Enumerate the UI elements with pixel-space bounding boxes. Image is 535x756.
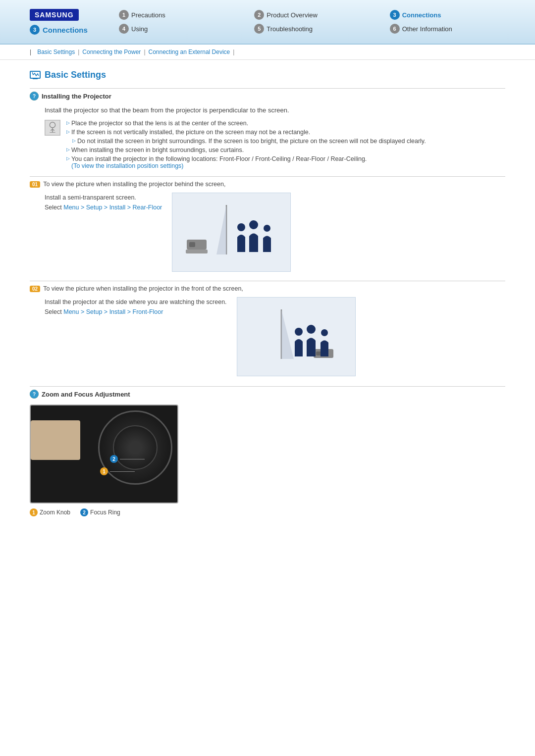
nav-item-using[interactable]: 4 Using xyxy=(119,24,234,34)
sub-nav-connecting-power[interactable]: Connecting the Power xyxy=(82,49,141,55)
zoom-image: 1 2 xyxy=(30,404,178,504)
svg-point-22 xyxy=(321,329,328,336)
page-header: SAMSUNG 3 Connections 1 Precautions 2 Pr… xyxy=(0,0,535,45)
subsection1-heading: Installing the Projector xyxy=(42,93,111,100)
nav-label-5: Troubleshooting xyxy=(267,25,313,33)
zoom-footer-num-1: 1 xyxy=(30,508,38,516)
nav-num-2: 2 xyxy=(254,10,264,20)
nav-num-1: 1 xyxy=(119,10,129,20)
zoom-label-2-container: 2 xyxy=(110,455,145,463)
step-02-menu-link[interactable]: Menu > Setup > Install > Front-Floor xyxy=(63,308,163,315)
svg-point-12 xyxy=(237,223,245,231)
sub-nav-basic-settings[interactable]: Basic Settings xyxy=(37,49,75,55)
active-section-label: Connections xyxy=(43,26,88,34)
main-content: Basic Settings ? Installing the Projecto… xyxy=(0,60,535,526)
step-01-line1: Install a semi-transparent screen. xyxy=(45,193,162,202)
logo-area: SAMSUNG 3 Connections xyxy=(30,9,99,35)
zoom-line-2 xyxy=(120,459,145,459)
step-01-heading-text: To view the picture when installing the … xyxy=(43,181,225,188)
bullet-icon-install: ? xyxy=(30,92,39,101)
active-section: 3 Connections xyxy=(30,25,88,35)
svg-marker-17 xyxy=(281,309,294,359)
nav-item-connections[interactable]: 3 Connections xyxy=(390,10,505,20)
nav-label-3: Connections xyxy=(402,11,441,19)
nav-grid: 1 Precautions 2 Product Overview 3 Conne… xyxy=(119,10,505,34)
step-01-menu-link[interactable]: Menu > Setup > Install > Rear-Floor xyxy=(63,204,162,211)
subsection-heading-install: ? Installing the Projector xyxy=(30,88,505,101)
zoom-footer-num-2: 2 xyxy=(80,508,88,516)
bullet-icon-zoom: ? xyxy=(30,390,39,399)
step-block-02: 02 To view the picture when installing t… xyxy=(30,281,505,376)
sub-nav-sep-start: | xyxy=(30,49,31,55)
step-02-text: Install the projector at the side where … xyxy=(45,297,227,376)
subsection-heading-zoom: ? Zoom and Focus Adjustment xyxy=(30,386,505,399)
tip-3: Do not install the screen in bright surr… xyxy=(66,138,426,145)
svg-rect-1 xyxy=(33,78,38,79)
step-01-heading: 01 To view the picture when installing t… xyxy=(30,181,505,188)
zoom-footer-label-1: Zoom Knob xyxy=(40,509,70,516)
tip-block: Place the projector so that the lens is … xyxy=(45,120,505,171)
nav-num-5: 5 xyxy=(254,24,264,34)
zoom-footer-label-2: Focus Ring xyxy=(90,509,120,516)
sub-nav-connecting-external[interactable]: Connecting an External Device xyxy=(149,49,230,55)
zoom-section: ? Zoom and Focus Adjustment 1 2 xyxy=(30,386,505,516)
tip-2: If the screen is not vertically installe… xyxy=(66,129,426,136)
step-02-content: Install the projector at the side where … xyxy=(45,297,505,376)
step-02-heading-text: To view the picture when installing the … xyxy=(43,285,243,292)
zoom-label-1-container: 1 xyxy=(100,467,135,475)
nav-item-precautions[interactable]: 1 Precautions xyxy=(119,10,234,20)
nav-num-6: 6 xyxy=(390,24,400,34)
svg-point-13 xyxy=(249,220,258,229)
install-position-link[interactable]: (To view the installation position setti… xyxy=(71,162,184,169)
zoom-footer: 1 Zoom Knob 2 Focus Ring xyxy=(30,508,505,516)
svg-rect-11 xyxy=(189,242,195,247)
step-block-01: 01 To view the picture when installing t… xyxy=(30,176,505,272)
step-01-line2: Select Menu > Setup > Install > Rear-Flo… xyxy=(45,202,162,212)
svg-point-14 xyxy=(264,225,270,232)
projector-body-shape xyxy=(31,420,80,460)
sub-nav: | Basic Settings | Connecting the Power … xyxy=(0,45,535,60)
step-01-image xyxy=(172,193,291,272)
zoom-footer-2: 2 Focus Ring xyxy=(80,508,120,516)
nav-item-troubleshooting[interactable]: 5 Troubleshooting xyxy=(254,24,370,34)
svg-text:?: ? xyxy=(33,392,36,397)
step-02-heading: 02 To view the picture when installing t… xyxy=(30,285,505,292)
nav-item-product-overview[interactable]: 2 Product Overview xyxy=(254,10,370,20)
step-01-text: Install a semi-transparent screen. Selec… xyxy=(45,193,162,272)
nav-item-other-info[interactable]: 6 Other Information xyxy=(390,24,505,34)
subsection2-heading: Zoom and Focus Adjustment xyxy=(42,391,130,398)
samsung-logo: SAMSUNG xyxy=(30,9,79,21)
nav-label-6: Other Information xyxy=(402,25,452,33)
zoom-line-1 xyxy=(110,471,135,472)
badge-02: 02 xyxy=(30,286,40,292)
step-01-content: Install a semi-transparent screen. Selec… xyxy=(45,193,505,272)
nav-num-4: 4 xyxy=(119,24,129,34)
svg-text:?: ? xyxy=(33,94,36,99)
svg-marker-9 xyxy=(216,205,226,254)
svg-point-21 xyxy=(307,325,316,334)
nav-label-4: Using xyxy=(131,25,148,33)
nav-label-1: Precautions xyxy=(131,11,165,19)
tip-5: You can install the projector in the fol… xyxy=(66,155,426,169)
zoom-num-2: 2 xyxy=(110,455,118,463)
tip-4: When installing the screen in bright sur… xyxy=(66,147,426,153)
lens-inner xyxy=(113,425,158,470)
tip-icon xyxy=(45,120,60,136)
install-description: Install the projector so that the beam f… xyxy=(45,106,505,114)
nav-num-3: 3 xyxy=(390,10,400,20)
zoom-footer-1: 1 Zoom Knob xyxy=(30,508,70,516)
tip-list: Place the projector so that the lens is … xyxy=(66,120,426,171)
section-title: Basic Settings xyxy=(30,70,505,80)
badge-01: 01 xyxy=(30,181,40,188)
active-section-num: 3 xyxy=(30,25,40,35)
tip-1: Place the projector so that the lens is … xyxy=(66,120,426,127)
step-02-image xyxy=(237,297,356,376)
zoom-num-1: 1 xyxy=(100,467,108,475)
settings-icon xyxy=(30,71,41,80)
step-02-line1: Install the projector at the side where … xyxy=(45,297,227,307)
svg-point-20 xyxy=(295,328,303,336)
step-02-line2: Select Menu > Setup > Install > Front-Fl… xyxy=(45,307,227,317)
section-title-text: Basic Settings xyxy=(45,70,106,80)
nav-label-2: Product Overview xyxy=(267,11,318,19)
svg-rect-15 xyxy=(186,250,208,253)
